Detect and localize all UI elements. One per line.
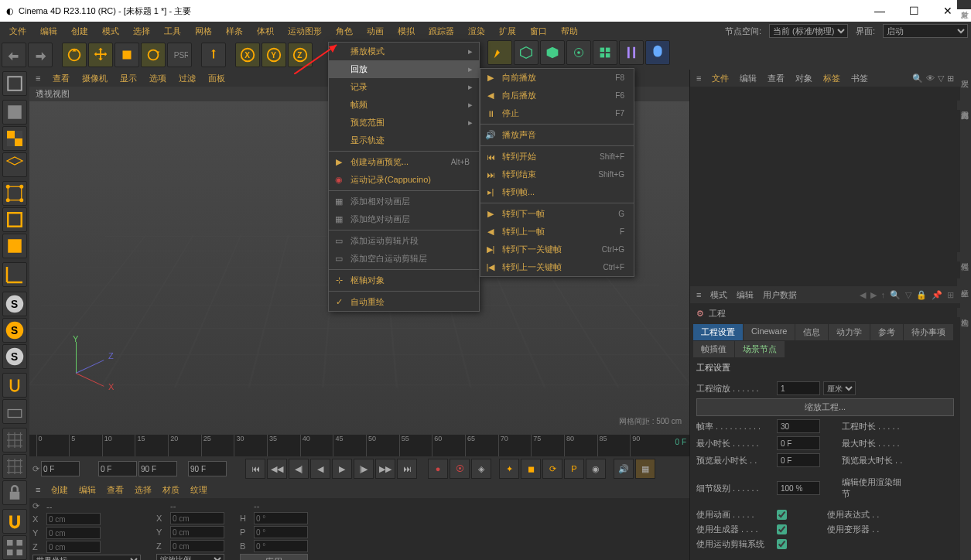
workplane-button[interactable] [2,152,27,177]
scale-tool[interactable] [115,43,139,67]
polygons-mode-button[interactable] [2,234,27,258]
play-backward-button[interactable]: ◀ [310,459,330,479]
search-icon[interactable]: 🔍 [912,73,923,84]
vp-menu-options[interactable]: 选项 [149,73,166,84]
vp-menu-display[interactable]: 显示 [120,73,137,84]
spline-pen-button[interactable] [487,40,512,65]
frame-preview-end-input[interactable] [138,461,177,476]
sidetab-coord[interactable]: 坐标 [957,278,971,288]
cube-button[interactable] [514,40,538,65]
lod-input[interactable] [777,481,820,495]
menu-previewrange[interactable]: 预览范围▸ [329,114,479,131]
coord-rot-b[interactable] [254,540,308,552]
sub-stop[interactable]: ⏸停止F7 [480,104,634,122]
vp-menu-camera[interactable]: 摄像机 [82,73,108,84]
key-scale-button[interactable]: ◼ [521,459,541,479]
coord-pos-y[interactable] [46,527,101,539]
axis-toggle-button[interactable] [2,262,27,287]
key-pos-button[interactable]: ✦ [499,459,519,479]
key-param-button[interactable]: P [564,459,584,479]
sub-goframe[interactable]: ▸|转到帧... [480,183,634,201]
texture-mode-button[interactable] [2,126,27,151]
menu-mode[interactable]: 模式 [96,24,125,39]
menu-playback[interactable]: 回放▸ [329,60,479,78]
key-pla-button[interactable]: ◉ [586,459,606,479]
use-gen-checkbox[interactable] [777,524,787,534]
menu-pivot[interactable]: ⊹枢轴对象 [329,271,479,289]
sidetab-attr[interactable]: 属性 [957,252,971,261]
record-button[interactable]: ● [428,459,448,479]
next-key-button[interactable]: ▶▶ [375,459,395,479]
tab-project-settings[interactable]: 工程设置 [693,324,743,340]
points-mode-button[interactable] [2,181,27,206]
settings-button[interactable] [2,535,27,560]
sidetab-content[interactable]: 内容浏览器 [957,101,971,110]
axis-x-button[interactable]: X [235,43,260,67]
snap-button[interactable] [2,373,27,398]
am-filter-icon[interactable]: ▽ [905,290,911,300]
menu-extensions[interactable]: 扩展 [493,24,522,39]
sub-goend[interactable]: ⏭转到结束Shift+G [480,166,634,183]
menu-select[interactable]: 选择 [127,24,156,39]
am-expand-icon[interactable]: ⊞ [947,290,954,300]
nav-up-icon[interactable]: ↑ [881,290,886,300]
workplane-snap-button[interactable] [2,399,27,424]
menu-addclip[interactable]: ▭添加运动剪辑片段 [329,232,479,250]
coord-size-x[interactable] [170,512,224,524]
maximize-button[interactable]: ☐ [897,0,931,22]
magnet-button[interactable] [2,509,27,534]
menu-autoredraw[interactable]: ✓自动重绘 [329,293,479,311]
menu-cappucino[interactable]: ◉运动记录(Cappucino) [329,171,479,189]
sub-sound[interactable]: 🔊播放声音 [480,126,634,144]
project-scale-input[interactable] [777,381,820,395]
vp-menu-view[interactable]: 查看 [53,73,70,84]
menu-file[interactable]: 文件 [3,24,32,39]
keyframe-selection-button[interactable]: ◈ [471,459,491,479]
am-edit[interactable]: 编辑 [737,289,754,301]
axis-z-button[interactable]: Z [288,43,313,67]
make-editable-button[interactable] [2,71,27,96]
tab-reference[interactable]: 参考 [870,324,903,340]
menu-tools[interactable]: 工具 [158,24,187,39]
goto-start-button[interactable]: ⏮ [245,459,265,479]
goto-end-button[interactable]: ⏭ [397,459,417,479]
autokey-button[interactable]: ⦿ [450,459,470,479]
coord-world-select[interactable]: 世界坐标 [32,555,141,560]
om-view[interactable]: 查看 [768,73,785,84]
vp-menu-panel[interactable]: 面板 [208,73,225,84]
menu-makepreview[interactable]: ▶创建动画预览...Alt+B [329,153,479,171]
am-lock-icon[interactable]: 🔒 [916,290,927,300]
om-file[interactable]: 文件 [712,73,729,84]
mat-create[interactable]: 创建 [51,484,68,496]
sub-prevkey[interactable]: |◀转到上一关键帧Ctrl+F [480,258,634,276]
menu-showtrack[interactable]: 显示轨迹 [329,131,479,149]
mat-view[interactable]: 查看 [107,484,124,496]
menu-mograph[interactable]: 运动图形 [282,24,328,39]
am-mode[interactable]: 模式 [710,289,727,301]
tab-cineware[interactable]: Cineware [744,324,795,340]
eye-icon[interactable]: 👁 [926,73,935,84]
recent-tool[interactable] [201,43,226,67]
use-anim-checkbox[interactable] [777,510,787,520]
mat-texture[interactable]: 纹理 [190,484,207,496]
psr-tool[interactable]: PSR [167,43,192,67]
menu-record[interactable]: 记录▸ [329,78,479,96]
menu-playmode[interactable]: 播放模式▸ [329,43,479,60]
menu-volume[interactable]: 体积 [251,24,280,39]
model-mode-button[interactable] [2,100,27,125]
field-button[interactable] [619,40,644,65]
sidetab-level[interactable]: 层次 [957,70,971,79]
sidetab-struct[interactable]: 构造 [957,308,971,317]
deformer-button[interactable] [593,40,617,65]
mat-material[interactable]: 材质 [162,484,179,496]
sub-playfwd[interactable]: ▶向前播放F8 [480,69,634,87]
om-objects[interactable]: 对象 [795,73,812,84]
scale-project-button[interactable]: 缩放工程... [696,398,954,416]
nav-back-icon[interactable]: ◀ [860,290,866,300]
menu-window[interactable]: 窗口 [524,24,553,39]
menu-animate[interactable]: 动画 [361,24,390,39]
film-button[interactable]: ▦ [635,459,655,479]
grid-a-button[interactable] [2,428,27,452]
prev-key-button[interactable]: ◀◀ [267,459,287,479]
fps-input[interactable] [777,419,820,433]
